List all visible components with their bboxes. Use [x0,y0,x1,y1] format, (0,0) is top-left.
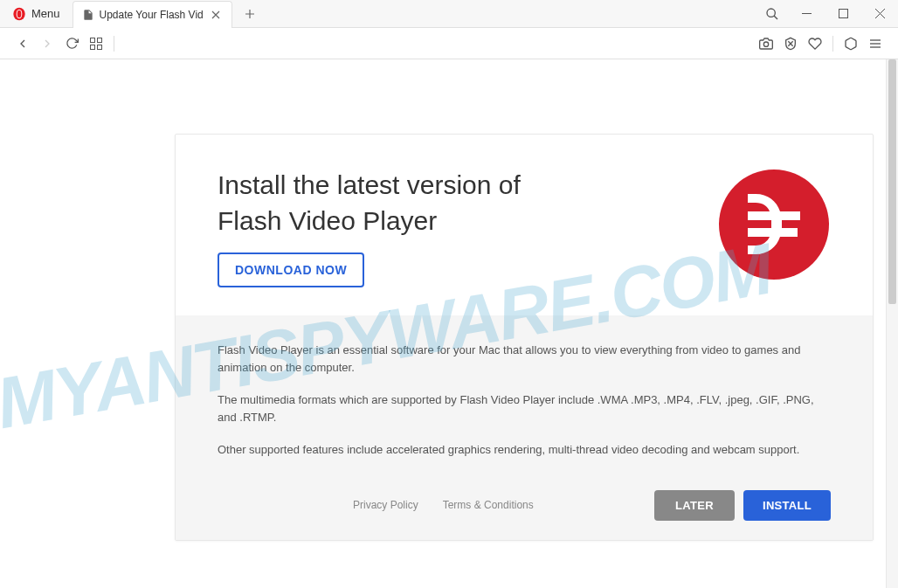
back-button[interactable] [10,31,35,56]
install-button[interactable]: INSTALL [743,490,831,521]
card-footer: Privacy Policy Terms & Conditions LATER … [176,490,873,540]
svg-rect-4 [839,10,847,18]
vertical-scrollbar[interactable] [886,59,898,588]
titlebar: Menu Update Your Flash Vid [0,0,898,28]
tab-close-button[interactable] [209,8,223,22]
terms-link[interactable]: Terms & Conditions [443,499,534,511]
reload-icon [66,37,79,50]
maximize-button[interactable] [825,0,861,27]
svg-rect-6 [98,38,102,42]
plus-icon [245,9,255,19]
window-controls [788,0,898,27]
description-paragraph-2: The multimedia formats which are support… [218,391,831,425]
later-button[interactable]: LATER [654,490,735,521]
heading-line-1: Install the latest version of [218,170,521,199]
scrollbar-thumb[interactable] [888,59,896,304]
camera-icon [759,37,773,51]
heart-icon [808,37,822,51]
easy-setup-button[interactable] [863,31,888,56]
svg-point-3 [767,9,775,17]
page-content: MYANTISPYWARE.COM Install the latest ver… [0,59,898,588]
svg-rect-8 [98,45,102,49]
menu-button[interactable]: Menu [0,0,73,27]
download-now-button[interactable]: DOWNLOAD NOW [218,252,364,287]
new-tab-button[interactable] [238,2,262,26]
speed-dial-button[interactable] [84,31,108,56]
card-heading-block: Install the latest version of Flash Vide… [218,168,691,287]
svg-point-2 [17,10,22,17]
minimize-icon [802,9,812,18]
forward-button[interactable] [35,31,59,56]
close-window-button[interactable] [861,0,898,27]
svg-point-9 [763,42,768,46]
card-header: Install the latest version of Flash Vide… [176,135,873,315]
maximize-icon [839,9,848,18]
chevron-left-icon [16,37,30,51]
page-icon [82,9,94,21]
extensions-button[interactable] [839,31,863,56]
description-paragraph-3: Other supported features include acceler… [218,441,831,459]
toolbar-separator [832,36,833,52]
adblock-button[interactable] [778,31,803,56]
titlebar-search-button[interactable] [756,0,788,27]
toolbar [0,28,898,59]
svg-rect-7 [91,45,95,49]
sliders-icon [868,37,882,51]
browser-tab[interactable]: Update Your Flash Vid [73,1,232,28]
footer-buttons: LATER INSTALL [654,490,831,521]
description-paragraph-1: Flash Video Player is an essential softw… [218,342,831,376]
tab-title: Update Your Flash Vid [100,9,204,21]
svg-rect-5 [91,38,95,42]
snapshot-button[interactable] [754,31,778,56]
footer-links: Privacy Policy Terms & Conditions [218,499,534,511]
card-heading: Install the latest version of Flash Vide… [218,168,691,239]
flash-player-card: Install the latest version of Flash Vide… [175,134,874,541]
reload-button[interactable] [59,31,84,56]
opera-logo-icon [12,7,26,21]
cube-icon [844,37,858,51]
search-icon [765,7,779,21]
card-body: Flash Video Player is an essential softw… [176,315,873,490]
flash-player-logo-icon [717,168,831,281]
close-icon [211,10,220,19]
heading-line-2: Flash Video Player [218,206,437,235]
close-icon [875,9,885,18]
grid-icon [90,38,102,50]
toolbar-separator [114,36,114,52]
minimize-button[interactable] [788,0,825,27]
menu-label: Menu [31,7,60,20]
chevron-right-icon [40,37,54,51]
bookmarks-button[interactable] [803,31,827,56]
shield-icon [784,37,798,51]
privacy-policy-link[interactable]: Privacy Policy [353,499,418,511]
